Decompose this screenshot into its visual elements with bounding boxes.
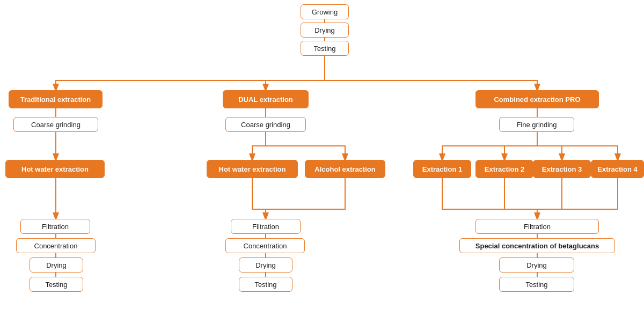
dual-drying-node: Drying (239, 257, 292, 273)
diagram: Growing Drying Testing Traditional extra… (0, 0, 644, 324)
pro-special-node: Special concentration of betaglucans (459, 238, 615, 253)
pro-ext2-node: Extraction 2 (475, 160, 533, 178)
trad-filtration-node: Filtration (20, 219, 90, 234)
dual-concentration-node: Concentration (225, 238, 305, 253)
dual-coarse-node: Coarse grinding (225, 117, 306, 132)
pro-ext1-node: Extraction 1 (413, 160, 471, 178)
trad-testing-node: Testing (30, 277, 83, 292)
pro-filtration-node: Filtration (475, 219, 599, 234)
pro-fine-node: Fine grinding (499, 117, 574, 132)
pro-drying-node: Drying (499, 257, 574, 273)
pro-ext3-node: Extraction 3 (533, 160, 591, 178)
drying-top-node: Drying (301, 23, 349, 38)
testing-top-node: Testing (301, 41, 349, 56)
dual-testing-node: Testing (239, 277, 292, 292)
dual-header: DUAL extraction (223, 90, 309, 108)
trad-drying-node: Drying (30, 257, 83, 273)
traditional-header: Traditional extraction (9, 90, 103, 108)
dual-filtration-node: Filtration (231, 219, 301, 234)
trad-concentration-node: Concentration (16, 238, 96, 253)
dual-hot-node: Hot water extraction (207, 160, 298, 178)
growing-node: Growing (301, 4, 349, 19)
trad-coarse-node: Coarse grinding (13, 117, 98, 132)
dual-alcohol-node: Alcohol extraction (305, 160, 385, 178)
pro-ext4-node: Extraction 4 (591, 160, 644, 178)
pro-testing-node: Testing (499, 277, 574, 292)
trad-hot-node: Hot water extraction (5, 160, 105, 178)
pro-header: Combined extraction PRO (475, 90, 599, 108)
